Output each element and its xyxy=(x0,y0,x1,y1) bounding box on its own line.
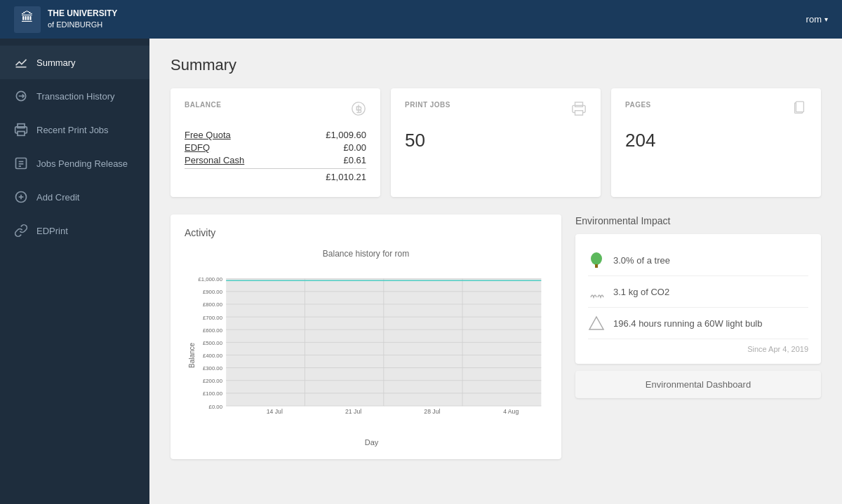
tree-icon xyxy=(588,252,605,268)
print-icon xyxy=(14,123,28,137)
balance-total-row: £1,010.21 xyxy=(185,168,366,182)
svg-rect-51 xyxy=(595,264,598,268)
env-item-bulb: 196.4 hours running a 60W light bulb xyxy=(588,308,808,339)
tree-text: 3.0% of a tree xyxy=(613,255,670,266)
sidebar-item-transaction-label: Transaction History xyxy=(36,91,115,102)
pending-icon xyxy=(14,156,28,170)
svg-text:4 Aug: 4 Aug xyxy=(503,408,519,415)
sidebar-item-edprint-label: EDPrint xyxy=(36,226,68,236)
sidebar-item-recent-print-label: Recent Print Jobs xyxy=(36,125,109,135)
main-layout: Summary Transaction History Recent Print… xyxy=(0,39,842,504)
y-axis-label: Balance xyxy=(185,264,196,447)
page-title: Summary xyxy=(171,56,821,74)
pages-label: PAGES xyxy=(625,101,651,109)
chevron-down-icon: ▾ xyxy=(824,15,828,23)
print-jobs-header: PRINT JOBS xyxy=(405,101,587,120)
sidebar-item-pending-label: Jobs Pending Release xyxy=(36,158,128,169)
x-axis-label: Day xyxy=(196,438,547,447)
pages-card: PAGES 204 xyxy=(611,88,821,197)
svg-text:14 Jul: 14 Jul xyxy=(267,408,283,415)
freequota-label: Free Quota xyxy=(185,130,231,140)
pages-value: 204 xyxy=(625,130,807,151)
env-item-tree: 3.0% of a tree xyxy=(588,245,808,276)
env-item-co2: 3.1 kg of CO2 xyxy=(588,276,808,308)
summary-cards: BALANCE Free Quota £1,009.60 xyxy=(171,88,821,197)
svg-text:21 Jul: 21 Jul xyxy=(345,408,361,415)
co2-text: 3.1 kg of CO2 xyxy=(613,287,669,297)
svg-text:£700.00: £700.00 xyxy=(203,315,223,321)
summary-icon xyxy=(14,55,28,69)
sidebar: Summary Transaction History Recent Print… xyxy=(0,39,149,504)
balance-total: £1,010.21 xyxy=(326,172,366,182)
environmental-panel: Environmental Impact 3.0% of a tree xyxy=(575,214,821,459)
sidebar-item-summary-label: Summary xyxy=(36,57,76,68)
balance-row-freequota: Free Quota £1,009.60 xyxy=(185,130,366,140)
user-menu[interactable]: rom ▾ xyxy=(806,14,828,25)
svg-text:🏛: 🏛 xyxy=(21,10,34,25)
personal-cash-amount: £0.61 xyxy=(343,155,366,165)
bulb-text: 196.4 hours running a 60W light bulb xyxy=(613,318,762,329)
university-name: THE UNIVERSITY of EDINBURGH xyxy=(48,8,117,30)
chart-inner: £1,000.00 £900.00 £800.00 £700.00 £600.0… xyxy=(196,264,547,447)
top-header: 🏛 THE UNIVERSITY of EDINBURGH rom ▾ xyxy=(0,0,842,39)
environmental-card: 3.0% of a tree 3.1 kg of CO2 xyxy=(575,234,821,364)
balance-row-personal-cash: Personal Cash £0.61 xyxy=(185,155,366,165)
print-jobs-label: PRINT JOBS xyxy=(405,101,450,109)
transaction-icon xyxy=(14,89,28,103)
sidebar-item-summary[interactable]: Summary xyxy=(0,46,149,79)
svg-text:£0.00: £0.00 xyxy=(209,404,223,410)
balance-card-header: BALANCE xyxy=(185,101,366,120)
svg-rect-16 xyxy=(575,102,583,107)
sidebar-item-jobs-pending-release[interactable]: Jobs Pending Release xyxy=(0,147,149,180)
svg-point-50 xyxy=(591,252,602,265)
svg-text:£900.00: £900.00 xyxy=(203,289,223,295)
svg-text:£1,000.00: £1,000.00 xyxy=(198,276,222,282)
balance-table: Free Quota £1,009.60 EDFQ £0.00 Personal… xyxy=(185,130,366,182)
environmental-title: Environmental Impact xyxy=(575,215,670,226)
since-text: Since Apr 4, 2019 xyxy=(588,339,808,353)
bottom-section: Activity Balance history for rom Balance xyxy=(171,214,821,459)
sidebar-item-transaction-history[interactable]: Transaction History xyxy=(0,79,149,113)
print-jobs-card: PRINT JOBS 50 xyxy=(391,88,601,197)
balance-row-edfq: EDFQ £0.00 xyxy=(185,142,366,153)
edfq-amount: £0.00 xyxy=(343,142,366,153)
edfq-label: EDFQ xyxy=(185,142,210,153)
personal-cash-label: Personal Cash xyxy=(185,155,244,165)
bulb-icon xyxy=(588,315,605,332)
sidebar-item-add-credit[interactable]: Add Credit xyxy=(0,180,149,214)
university-logo: 🏛 xyxy=(14,6,41,33)
activity-chart: £1,000.00 £900.00 £800.00 £700.00 £600.0… xyxy=(196,264,547,433)
logo-area: 🏛 THE UNIVERSITY of EDINBURGH xyxy=(14,6,117,33)
print-jobs-value: 50 xyxy=(405,130,587,151)
svg-text:£400.00: £400.00 xyxy=(203,353,223,359)
svg-text:28 Jul: 28 Jul xyxy=(424,408,440,415)
svg-rect-15 xyxy=(575,111,583,115)
chart-wrapper: Balance xyxy=(185,264,547,447)
svg-text:£600.00: £600.00 xyxy=(203,327,223,334)
svg-text:£800.00: £800.00 xyxy=(203,301,223,308)
balance-label: BALANCE xyxy=(185,101,221,109)
svg-rect-4 xyxy=(18,132,25,136)
co2-icon xyxy=(588,283,605,300)
balance-card: BALANCE Free Quota £1,009.60 xyxy=(171,88,380,197)
sidebar-item-recent-print-jobs[interactable]: Recent Print Jobs xyxy=(0,113,149,147)
svg-text:£200.00: £200.00 xyxy=(203,378,223,384)
chart-title: Balance history for rom xyxy=(185,249,547,259)
pages-header: PAGES xyxy=(625,101,807,120)
activity-panel: Activity Balance history for rom Balance xyxy=(171,214,561,459)
svg-text:£500.00: £500.00 xyxy=(203,340,223,346)
svg-text:£300.00: £300.00 xyxy=(203,365,223,372)
sidebar-item-add-credit-label: Add Credit xyxy=(36,192,79,203)
content-area: Summary BALANCE xyxy=(149,39,842,504)
sidebar-item-edprint[interactable]: EDPrint xyxy=(0,214,149,247)
username: rom xyxy=(806,14,822,25)
svg-rect-18 xyxy=(796,102,803,112)
freequota-amount: £1,009.60 xyxy=(326,130,366,140)
add-credit-icon xyxy=(14,190,28,204)
svg-marker-52 xyxy=(589,317,603,329)
environmental-dashboard-button[interactable]: Environmental Dashboard xyxy=(575,371,821,398)
balance-icon xyxy=(351,101,366,120)
svg-text:£100.00: £100.00 xyxy=(203,390,223,397)
edprint-icon xyxy=(14,224,28,238)
pages-icon xyxy=(791,101,807,120)
